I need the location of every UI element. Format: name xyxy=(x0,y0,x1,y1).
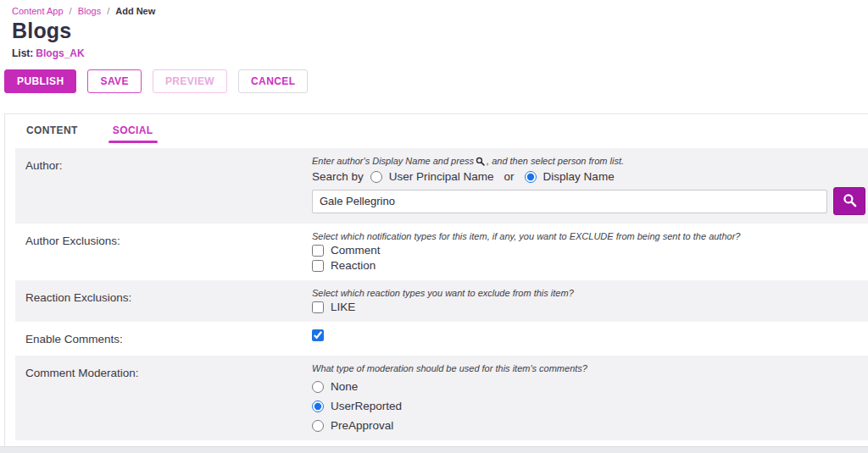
cancel-button[interactable]: CANCEL xyxy=(238,69,308,93)
search-by-group: Search by User Principal Name or Display… xyxy=(312,170,865,183)
author-exclusions-label: Author Exclusions: xyxy=(15,224,312,280)
moderation-userreported-radio[interactable] xyxy=(312,401,324,412)
moderation-preapproval-radio[interactable] xyxy=(312,420,324,432)
tab-bar: CONTENT SOCIAL xyxy=(5,121,868,141)
breadcrumb-content-app[interactable]: Content App xyxy=(12,6,64,16)
checkbox-row-comment: Comment xyxy=(312,244,865,257)
radio-row-none: None xyxy=(312,380,865,393)
comment-checkbox[interactable] xyxy=(312,245,324,257)
radio-display-name-label[interactable]: Display Name xyxy=(543,170,615,183)
breadcrumb-separator: / xyxy=(70,6,72,16)
enable-comments-row: Enable Comments: xyxy=(15,322,868,356)
author-exclusions-row: Author Exclusions: Select which notifica… xyxy=(15,224,868,280)
enable-comments-label: Enable Comments: xyxy=(15,322,312,356)
radio-user-principal-name-label[interactable]: User Principal Name xyxy=(389,170,494,183)
preview-button: PREVIEW xyxy=(153,69,227,93)
save-button[interactable]: SAVE xyxy=(87,69,141,93)
breadcrumb: Content App / Blogs / Add New xyxy=(12,6,868,16)
author-search-input[interactable] xyxy=(312,190,827,213)
checkbox-row-like: LIKE xyxy=(312,301,865,313)
author-exclusions-hint: Select which notification types for this… xyxy=(312,231,865,241)
page-bottom-strip xyxy=(0,446,868,453)
like-checkbox[interactable] xyxy=(312,301,324,313)
reaction-checkbox-label[interactable]: Reaction xyxy=(331,259,376,272)
comment-checkbox-label[interactable]: Comment xyxy=(331,244,381,257)
page-header: Content App / Blogs / Add New Blogs List… xyxy=(0,0,868,59)
radio-user-principal-name[interactable] xyxy=(370,171,382,183)
list-label: List: xyxy=(12,47,33,59)
tab-content[interactable]: CONTENT xyxy=(26,124,78,138)
publish-button[interactable]: PUBLISH xyxy=(4,69,76,93)
radio-display-name[interactable] xyxy=(525,171,537,183)
form-rows: Author: Enter author's Display Name and … xyxy=(15,148,868,453)
radio-row-preapproval: PreApproval xyxy=(312,419,865,432)
enable-comments-checkbox[interactable] xyxy=(312,329,324,341)
list-name-link[interactable]: Blogs_AK xyxy=(36,47,84,59)
author-search-line xyxy=(312,187,865,215)
author-label: Author: xyxy=(15,148,312,224)
reaction-exclusions-hint: Select which reaction types you want to … xyxy=(312,288,865,298)
reaction-checkbox[interactable] xyxy=(312,260,324,272)
or-label: or xyxy=(504,170,515,183)
reaction-exclusions-label: Reaction Exclusions: xyxy=(15,280,312,322)
breadcrumb-blogs[interactable]: Blogs xyxy=(78,6,102,16)
search-by-label: Search by xyxy=(312,170,364,183)
tab-social[interactable]: SOCIAL xyxy=(113,124,153,138)
search-icon xyxy=(476,157,485,166)
radio-row-userreported: UserReported xyxy=(312,400,865,412)
toolbar: PUBLISH SAVE PREVIEW CANCEL xyxy=(4,69,868,93)
checkbox-row-reaction: Reaction xyxy=(312,259,865,272)
comment-moderation-label: Comment Moderation: xyxy=(15,356,312,440)
comment-moderation-row: Comment Moderation: What type of moderat… xyxy=(15,356,868,440)
page-title: Blogs xyxy=(12,19,868,43)
author-row: Author: Enter author's Display Name and … xyxy=(15,148,868,224)
moderation-none-label[interactable]: None xyxy=(331,380,358,393)
moderation-userreported-label[interactable]: UserReported xyxy=(331,400,402,412)
search-icon xyxy=(843,193,857,210)
author-hint: Enter author's Display Name and press , … xyxy=(312,156,865,166)
moderation-none-radio[interactable] xyxy=(312,381,324,393)
moderation-preapproval-label[interactable]: PreApproval xyxy=(331,419,393,432)
comment-moderation-hint: What type of moderation should be used f… xyxy=(312,363,865,373)
content-card: CONTENT SOCIAL Author: Enter author's Di… xyxy=(4,113,868,453)
reaction-exclusions-row: Reaction Exclusions: Select which reacti… xyxy=(15,280,868,322)
like-checkbox-label[interactable]: LIKE xyxy=(331,301,355,313)
list-line: List:Blogs_AK xyxy=(12,47,868,59)
breadcrumb-separator: / xyxy=(107,6,109,16)
author-search-button[interactable] xyxy=(833,187,865,215)
breadcrumb-add-new: Add New xyxy=(115,6,155,16)
